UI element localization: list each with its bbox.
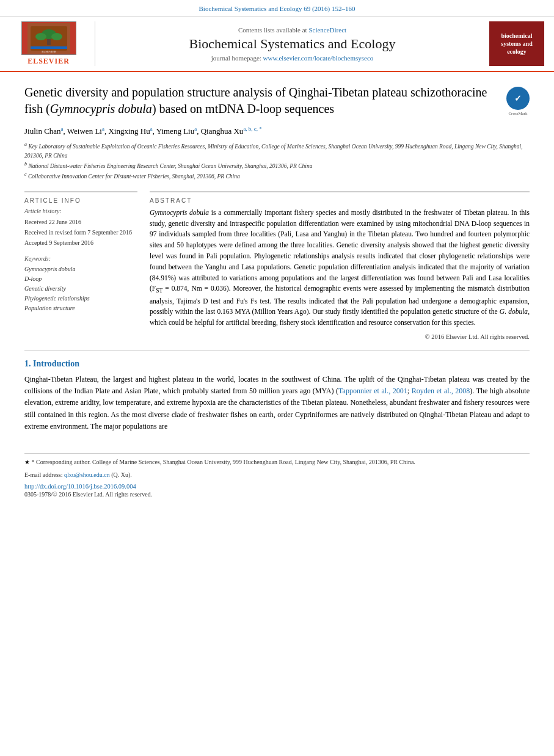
journal-header: ELSEVIER ELSEVIER Contents lists availab… — [0, 16, 554, 72]
accepted-date: Accepted 9 September 2016 — [24, 238, 137, 248]
journal-homepage-line: journal homepage: www.elsevier.com/locat… — [211, 54, 374, 62]
title-italic: Gymnocypris dobula — [50, 102, 152, 115]
article-info-label: ARTICLE INFO — [24, 197, 137, 204]
aff-a-sup: a — [24, 142, 27, 147]
contents-label: Contents lists available at — [238, 26, 307, 34]
main-content: Genetic diversity and population structu… — [0, 72, 554, 445]
aff-b-sup: b — [24, 161, 27, 167]
affiliation-c: c Collaborative Innovation Center for Di… — [24, 171, 530, 181]
svg-rect-5 — [47, 39, 51, 45]
intro-number: 1. — [24, 359, 31, 368]
article-info-box: ARTICLE INFO Article history: Received 2… — [24, 191, 137, 313]
affiliations-section: a Key Laboratory of Sustainable Exploita… — [24, 141, 530, 181]
contents-available-line: Contents lists available at ScienceDirec… — [238, 26, 346, 34]
aff-a-text: Key Laboratory of Sustainable Exploitati… — [24, 144, 523, 158]
abstract-label: ABSTRACT — [150, 197, 530, 204]
corresponding-author-note: ★ * Corresponding author. College of Mar… — [24, 457, 530, 467]
author4-sup: a — [194, 126, 197, 132]
journal-cover-thumbnail: biochemical systems and ecology — [489, 21, 544, 66]
received-date-2: Received in revised form 7 September 201… — [24, 227, 137, 238]
introduction-section: 1. Introduction Qinghai-Tibetan Plateau,… — [24, 359, 530, 432]
intro-title: Introduction — [33, 359, 79, 368]
email-label: E-mail address: — [24, 471, 62, 478]
sciencedirect-link[interactable]: ScienceDirect — [308, 26, 346, 34]
two-column-section: ARTICLE INFO Article history: Received 2… — [24, 191, 530, 340]
email-note: E-mail address: qlxu@shou.edu.cn (Q. Xu)… — [24, 470, 530, 479]
author5-name: Qianghua Xu — [201, 126, 244, 136]
crossmark-badge[interactable]: ✓ CrossMark — [506, 87, 530, 110]
keyword-5: Population structure — [24, 303, 137, 313]
journal-reference-bar: Biochemical Systematics and Ecology 69 (… — [0, 0, 554, 16]
royden-ref[interactable]: Royden et al., 2008 — [412, 387, 470, 395]
svg-text:ELSEVIER: ELSEVIER — [42, 50, 56, 53]
keyword-1: Gymnocypris dobula — [24, 264, 137, 274]
article-history-label: Article history: — [24, 208, 137, 214]
copyright-notice: © 2016 Elsevier Ltd. All rights reserved… — [150, 333, 530, 340]
affiliation-a: a Key Laboratory of Sustainable Exploita… — [24, 141, 530, 160]
aff-b-text: National Distant-water Fisheries Enginee… — [28, 163, 312, 169]
indicated-word: indicated — [418, 263, 444, 271]
received-date: Received 22 June 2016 Received in revise… — [24, 217, 137, 248]
author1-name: Jiulin Chan — [24, 126, 61, 136]
title-part2: ) based on mtDNA D-loop sequences — [152, 102, 334, 115]
doi-link[interactable]: http://dx.doi.org/10.1016/j.bse.2016.09.… — [24, 483, 136, 490]
article-title-section: Genetic diversity and population structu… — [24, 84, 530, 117]
article-title: Genetic diversity and population structu… — [24, 84, 499, 117]
star-symbol: ★ — [24, 459, 32, 465]
homepage-url[interactable]: www.elsevier.com/locate/biochemsyseco — [263, 54, 374, 62]
affiliation-b: b National Distant-water Fisheries Engin… — [24, 161, 530, 170]
svg-point-4 — [51, 33, 62, 40]
author1-sup: a — [61, 126, 64, 132]
keyword-3: Genetic diversity — [24, 284, 137, 294]
authors-line: Jiulin Chana, Weiwen Lia, Xingxing Hua, … — [24, 126, 530, 136]
page-footer: ★ * Corresponding author. College of Mar… — [24, 453, 530, 498]
bse-cover-text: biochemical systems and ecology — [493, 32, 541, 56]
article-info-column: ARTICLE INFO Article history: Received 2… — [24, 191, 137, 340]
journal-title-section: Contents lists available at ScienceDirec… — [95, 21, 489, 66]
issn-line: 0305-1978/© 2016 Elsevier Ltd. All right… — [24, 491, 530, 498]
intro-paragraph-1: Qinghai-Tibetan Plateau, the largest and… — [24, 374, 530, 432]
keywords-section: Keywords: Gymnocypris dobula D-loop Gene… — [24, 255, 137, 313]
crossmark-icon: ✓ — [506, 87, 530, 110]
abstract-body: Gymnocypris dobula is a commercially imp… — [150, 208, 530, 329]
intro-heading: 1. Introduction — [24, 359, 530, 369]
elsevier-logo: ELSEVIER ELSEVIER — [21, 21, 76, 66]
author2-sup: a — [102, 126, 104, 132]
homepage-label: journal homepage: — [211, 54, 261, 62]
aff-c-text: Collaborative Innovation Center for Dist… — [28, 174, 240, 180]
author3-name: Xingxing Hu — [108, 126, 150, 136]
email-end: (Q. Xu). — [111, 471, 132, 478]
elsevier-brand-label: ELSEVIER — [27, 57, 70, 66]
aff-c-sup: c — [24, 172, 27, 177]
received-date-1: Received 22 June 2016 — [24, 217, 137, 227]
email-link[interactable]: qlxu@shou.edu.cn — [64, 471, 110, 478]
author5-sup: a, b, c, * — [243, 126, 262, 132]
author4-name: Yimeng Liu — [156, 126, 194, 136]
abstract-species-name: Gymnocypris dobula — [150, 209, 209, 216]
svg-rect-6 — [31, 46, 67, 49]
section-divider — [24, 350, 530, 351]
doi-line: http://dx.doi.org/10.1016/j.bse.2016.09.… — [24, 483, 530, 490]
keyword-4: Phylogenetic relationships — [24, 294, 137, 303]
abstract-section: ABSTRACT Gymnocypris dobula is a commerc… — [150, 191, 530, 340]
abstract-column: ABSTRACT Gymnocypris dobula is a commerc… — [150, 191, 530, 340]
svg-point-3 — [35, 33, 46, 40]
keyword-2: D-loop — [24, 274, 137, 284]
journal-title: Biochemical Systematics and Ecology — [189, 36, 396, 52]
author2-name: Weiwen Li — [67, 126, 102, 136]
tapponnier-ref[interactable]: Tapponnier et al., 2001 — [338, 387, 407, 395]
elsevier-logo-image: ELSEVIER — [21, 21, 76, 55]
elsevier-tree-svg: ELSEVIER — [27, 23, 70, 54]
publisher-logo-section: ELSEVIER ELSEVIER — [10, 21, 95, 66]
corresponding-author-text: * Corresponding author. College of Marin… — [32, 459, 415, 465]
author3-sup: a — [150, 126, 153, 132]
journal-ref-link[interactable]: Biochemical Systematics and Ecology 69 (… — [199, 5, 355, 12]
keywords-label: Keywords: — [24, 255, 137, 262]
crossmark-label: CrossMark — [506, 111, 530, 116]
